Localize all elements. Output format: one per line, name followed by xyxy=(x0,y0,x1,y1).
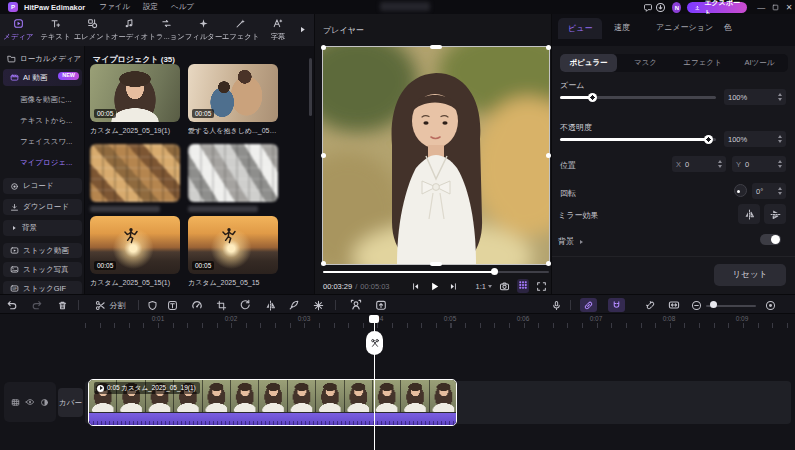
zoom-out-button[interactable] xyxy=(688,295,704,315)
download-icon[interactable] xyxy=(655,1,666,14)
sidebar-item-my-projects[interactable]: マイプロジェ... xyxy=(0,155,84,170)
media-card-1[interactable]: 00:05 カスタム_2025_05_19(1) xyxy=(90,64,180,136)
sidebar-item-image-to-video[interactable]: 画像を動画に... xyxy=(0,92,84,107)
video-preview[interactable] xyxy=(323,47,549,264)
selection-handle[interactable] xyxy=(321,261,326,266)
selection-handle[interactable] xyxy=(321,153,326,158)
stepper[interactable] xyxy=(778,160,782,168)
feedback-icon[interactable] xyxy=(642,1,653,14)
selection-handle[interactable] xyxy=(546,153,551,158)
opacity-slider[interactable] xyxy=(560,138,716,141)
fullscreen-icon[interactable] xyxy=(536,281,547,292)
close-button[interactable]: ✕ xyxy=(783,2,795,14)
sidebar-item-stock-video[interactable]: ストック動画 xyxy=(3,243,82,258)
next-frame-button[interactable] xyxy=(449,282,458,291)
crop-button[interactable] xyxy=(213,295,229,315)
eye-visibility-icon[interactable] xyxy=(25,397,35,407)
tab-subtitles[interactable]: 字幕 xyxy=(259,18,296,42)
zoom-slider[interactable] xyxy=(560,96,716,99)
media-card-5[interactable]: 00:05 カスタム_2025_05_15(1) xyxy=(90,216,180,288)
stepper[interactable] xyxy=(718,160,722,168)
menu-help[interactable]: ヘルプ xyxy=(171,2,194,12)
delete-button[interactable] xyxy=(54,295,70,315)
mute-track-icon[interactable] xyxy=(40,398,49,407)
tab-animation[interactable]: アニメーション xyxy=(656,22,713,33)
playhead-handle[interactable] xyxy=(369,315,379,323)
timeline-ruler[interactable]: 0:01 0:02 0:03 0:04 0:05 0:06 0:07 0:08 … xyxy=(85,314,795,330)
redo-button[interactable] xyxy=(29,295,45,315)
split-button[interactable]: 分割 xyxy=(88,295,132,315)
maximize-button[interactable] xyxy=(769,2,781,14)
grid-toggle-button[interactable] xyxy=(517,279,529,293)
media-card-6[interactable]: 00:05 カスタム_2025_05_15 xyxy=(188,216,278,288)
selection-handle[interactable] xyxy=(546,261,551,266)
menu-settings[interactable]: 設定 xyxy=(143,2,158,12)
flip-button[interactable] xyxy=(262,295,278,315)
opacity-slider-knob[interactable] xyxy=(704,135,713,144)
media-scrollbar[interactable] xyxy=(309,58,312,116)
background-toggle[interactable] xyxy=(760,234,781,245)
ribbon-expand-arrow[interactable] xyxy=(298,24,307,35)
voiceover-mic-button[interactable] xyxy=(548,295,564,315)
tab-effects[interactable]: エフェクト xyxy=(222,18,259,42)
snapshot-camera-icon[interactable] xyxy=(499,281,510,292)
media-card-4-blurred[interactable] xyxy=(188,144,278,212)
sidebar-item-face-swap[interactable]: フェイススワ... xyxy=(0,134,84,149)
position-y-box[interactable]: Y 0 xyxy=(732,156,786,172)
flip-vertical-button[interactable] xyxy=(764,204,786,224)
zoom-ratio-select[interactable]: 1:1 xyxy=(476,282,492,291)
export-button[interactable]: エクスポート xyxy=(687,2,747,13)
tab-transition[interactable]: トラ...ョン xyxy=(148,18,185,42)
tab-elements[interactable]: エレメント xyxy=(74,18,111,42)
opacity-value-box[interactable]: 100% xyxy=(724,131,786,147)
position-x-box[interactable]: X 0 xyxy=(672,156,726,172)
magnet-snap-button[interactable] xyxy=(608,298,625,312)
flip-horizontal-button[interactable] xyxy=(738,204,760,224)
playhead-split-badge[interactable] xyxy=(366,331,383,355)
subtab-ai-tools[interactable]: AIツール xyxy=(731,54,788,72)
selection-handle[interactable] xyxy=(430,262,442,266)
cover-button[interactable]: カバー xyxy=(58,388,83,417)
fit-timeline-button[interactable] xyxy=(665,295,683,315)
sidebar-item-text-to-video[interactable]: テキストから... xyxy=(0,113,84,128)
progress-knob[interactable] xyxy=(491,268,498,275)
tab-text[interactable]: テキスト xyxy=(37,18,74,42)
text-tool-button[interactable] xyxy=(164,295,180,315)
stepper[interactable] xyxy=(778,187,782,195)
mask-button[interactable] xyxy=(144,295,160,315)
media-card-2[interactable]: 00:05 愛する人を抱きしめ..._05_16(2) xyxy=(188,64,278,136)
sidebar-item-download[interactable]: ダウンロード xyxy=(3,199,82,215)
reset-button[interactable]: リセット xyxy=(714,264,786,286)
playback-progress-bar[interactable] xyxy=(323,271,549,273)
tab-speed[interactable]: 速度 xyxy=(614,22,630,33)
tab-filter[interactable]: フィルター xyxy=(185,18,222,42)
link-clips-button[interactable] xyxy=(580,298,597,312)
play-button[interactable] xyxy=(429,281,440,292)
subtab-effects[interactable]: エフェクト xyxy=(674,54,731,72)
minimize-button[interactable]: — xyxy=(755,2,767,14)
tab-color[interactable]: 色 xyxy=(724,22,732,33)
stepper[interactable] xyxy=(778,135,782,143)
sidebar-item-background[interactable]: 背景 xyxy=(3,220,82,236)
selection-handle[interactable] xyxy=(430,45,442,49)
tab-media[interactable]: メディア xyxy=(0,18,37,42)
subtab-mask[interactable]: マスク xyxy=(617,54,674,72)
sidebar-item-local-media[interactable]: ローカルメディア xyxy=(0,51,84,66)
user-avatar[interactable]: N xyxy=(672,2,681,13)
reverse-button[interactable] xyxy=(237,295,253,315)
speed-button[interactable] xyxy=(189,295,205,315)
freeze-frame-button[interactable] xyxy=(310,295,326,315)
timeline-zoom-knob[interactable] xyxy=(710,301,717,308)
unlink-button[interactable] xyxy=(641,295,659,315)
undo-button[interactable] xyxy=(4,295,20,315)
zoom-slider-knob[interactable] xyxy=(588,93,597,102)
stepper[interactable] xyxy=(778,93,782,101)
sidebar-item-record[interactable]: レコード xyxy=(3,178,82,194)
media-card-3-blurred[interactable] xyxy=(90,144,180,212)
sidebar-item-ai-video[interactable]: AI 動画 NEW xyxy=(3,69,82,86)
selection-handle[interactable] xyxy=(321,45,326,50)
face-detect-button[interactable] xyxy=(347,295,365,315)
rotation-dial[interactable] xyxy=(734,184,747,197)
timeline-clip[interactable]: 0:05 カスタム_2025_05_19(1) xyxy=(88,379,457,426)
tab-view[interactable]: ビュー xyxy=(558,18,602,39)
